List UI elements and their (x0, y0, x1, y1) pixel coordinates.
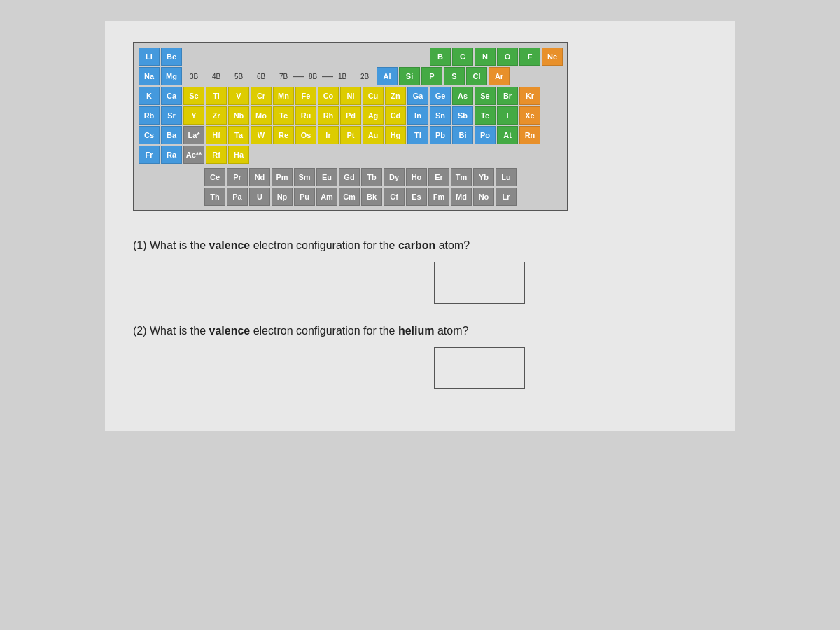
element-cell: Ar (489, 67, 510, 85)
element-cell: Fr (139, 146, 160, 164)
element-cell: Fe (295, 87, 316, 105)
periodic-table: LiBeBCNOFNeNaMg3B4B5B6B7B—8B—1B2BAlSiPSC… (133, 42, 568, 211)
element-cell: Np (272, 188, 293, 206)
element-cell: 6B (251, 67, 272, 85)
question-2: (2) What is the valence electron configu… (133, 325, 707, 389)
element-cell: Ha (228, 146, 249, 164)
element-cell: Al (377, 67, 398, 85)
element-cell: Pm (272, 168, 293, 186)
element-cell: Cr (251, 87, 272, 105)
q2-suffix: atom? (434, 325, 468, 337)
element-cell: 8B (302, 67, 323, 85)
element-cell: Ga (407, 87, 428, 105)
element-cell: Nd (249, 168, 270, 186)
element-cell: Es (406, 188, 427, 206)
element-cell: Ru (295, 106, 316, 125)
element-cell: K (139, 87, 160, 105)
element-cell: Zn (385, 87, 406, 105)
element-cell: Pb (430, 126, 451, 144)
element-cell: Bk (361, 188, 382, 206)
element-cell: Md (451, 188, 472, 206)
element-cell: Au (363, 126, 384, 144)
element-cell: Rf (206, 146, 227, 164)
element-cell: No (473, 188, 494, 206)
element-cell: Tb (361, 168, 382, 186)
q2-answer-box[interactable] (434, 347, 525, 389)
element-cell: Co (318, 87, 339, 105)
element-cell: Ir (318, 126, 339, 144)
element-cell: Be (161, 48, 182, 66)
pt-row: CsBaLa*HfTaWReOsIrPtAuHgTlPbBiPoAtRn (139, 126, 563, 144)
bracket-right: — (325, 70, 330, 83)
element-cell: P (421, 67, 442, 85)
element-cell: 1B (332, 67, 353, 85)
element-cell: Hf (206, 126, 227, 144)
pt-row: LiBeBCNOFNe (139, 48, 563, 66)
element-cell: C (452, 48, 473, 66)
element-cell: Lr (496, 188, 517, 206)
element-cell: At (497, 126, 518, 144)
pt-row: RbSrYZrNbMoTcRuRhPdAgCdInSnSbTeIXe (139, 106, 563, 125)
element-cell: Ca (161, 87, 182, 105)
element-cell: Er (428, 168, 449, 186)
element-cell: Cm (339, 188, 360, 206)
element-cell: Zr (206, 106, 227, 125)
pt-row: NaMg3B4B5B6B7B—8B—1B2BAlSiPSClAr (139, 67, 563, 85)
element-cell: V (228, 87, 249, 105)
element-cell: Br (497, 87, 518, 105)
element-cell: Pd (340, 106, 361, 125)
q2-bold1: valence (209, 325, 250, 337)
element-cell: Nb (228, 106, 249, 125)
element-cell: Cs (139, 126, 160, 144)
question-1: (1) What is the valence electron configu… (133, 239, 707, 304)
element-cell: Xe (519, 106, 540, 125)
element-cell: Ce (204, 168, 225, 186)
element-cell: Hg (385, 126, 406, 144)
element-cell: Rn (519, 126, 540, 144)
q1-prefix: (1) What is the (133, 239, 209, 251)
element-cell: Mn (273, 87, 294, 105)
element-cell: Ge (430, 87, 451, 105)
element-cell: Tl (407, 126, 428, 144)
q2-prefix: (2) What is the (133, 325, 209, 337)
element-cell: Y (183, 106, 204, 125)
element-cell: In (407, 106, 428, 125)
element-cell: Se (475, 87, 496, 105)
element-cell: Ba (161, 126, 182, 144)
q2-bold2: helium (398, 325, 435, 337)
pt-row: FrRaAc**RfHa (139, 146, 563, 164)
element-cell: Na (139, 67, 160, 85)
element-cell: Cu (363, 87, 384, 105)
element-cell: F (519, 48, 540, 66)
element-cell: Bi (452, 126, 473, 144)
element-cell: Ne (542, 48, 563, 66)
element-cell: Mo (251, 106, 272, 125)
element-cell: Pu (294, 188, 315, 206)
element-cell: 3B (183, 67, 204, 85)
element-cell: Rb (139, 106, 160, 125)
element-cell: Ti (206, 87, 227, 105)
element-cell: I (497, 106, 518, 125)
q1-middle: electron configuration for the (250, 239, 398, 251)
element-cell: 7B (273, 67, 294, 85)
element-cell: 4B (206, 67, 227, 85)
element-cell: Gd (339, 168, 360, 186)
element-cell: Pt (340, 126, 361, 144)
element-cell: Mg (161, 67, 182, 85)
q1-suffix: atom? (435, 239, 470, 251)
element-cell: U (249, 188, 270, 206)
element-cell: Ni (340, 87, 361, 105)
element-cell: Ta (228, 126, 249, 144)
element-cell: Cl (466, 67, 487, 85)
element-cell: Tm (451, 168, 472, 186)
element-cell: Sr (161, 106, 182, 125)
element-cell: O (497, 48, 518, 66)
element-cell: Eu (316, 168, 337, 186)
q1-answer-box[interactable] (434, 262, 525, 304)
element-cell: 5B (228, 67, 249, 85)
page: LiBeBCNOFNeNaMg3B4B5B6B7B—8B—1B2BAlSiPSC… (105, 21, 735, 431)
question-2-text: (2) What is the valence electron configu… (133, 325, 707, 337)
element-cell: Pa (227, 188, 248, 206)
q2-middle: electron configuration for the (250, 325, 398, 337)
element-cell: Dy (384, 168, 405, 186)
